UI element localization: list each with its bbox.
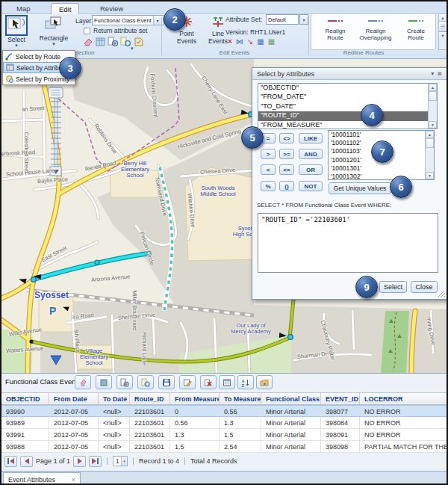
last-page-button[interactable] bbox=[89, 456, 102, 467]
column-header[interactable]: Functional Class bbox=[261, 393, 321, 404]
callout-9: 9 bbox=[355, 276, 378, 298]
operator-notequal-button[interactable]: <> bbox=[279, 133, 294, 143]
column-header[interactable]: To Measure bbox=[220, 393, 261, 404]
table-row[interactable]: 93991 2012-07-05 <null> 22103601 1.3 1.5… bbox=[1, 429, 448, 441]
grid-icon[interactable]: ▦ bbox=[268, 37, 275, 46]
column-header[interactable]: To Date bbox=[99, 393, 130, 404]
create-route-button[interactable]: Create Route bbox=[395, 17, 437, 41]
dialog-title-bar[interactable]: Select by Attributes ▾ ⊗ bbox=[252, 68, 447, 80]
first-page-button[interactable] bbox=[4, 456, 17, 467]
tab-event-attributes[interactable]: Event Attributes × bbox=[3, 472, 81, 485]
column-header[interactable]: Route_ID bbox=[130, 393, 170, 404]
chevron-down-icon: ▾ bbox=[15, 43, 18, 47]
page-number-dropdown[interactable]: 1 ▾ bbox=[113, 456, 128, 466]
delete-event-button[interactable] bbox=[200, 375, 217, 389]
return-attribute-set-checkbox[interactable] bbox=[84, 28, 90, 34]
close-button[interactable]: Close bbox=[411, 281, 438, 293]
sort-button[interactable]: AZ bbox=[237, 375, 254, 389]
zoom-to-events-button[interactable] bbox=[137, 375, 154, 389]
scroll-down-icon[interactable]: ▼ bbox=[426, 172, 434, 179]
save-button[interactable] bbox=[158, 375, 175, 389]
table-row-selected[interactable]: 93990 2012-07-05 <null> 22103601 0 0.56 … bbox=[1, 405, 448, 417]
merge-events-icon[interactable]: ⋈ bbox=[236, 37, 243, 46]
table-row[interactable]: 93988 2012-07-05 <null> 22103601 1.5 2.5… bbox=[1, 441, 448, 453]
value-item[interactable]: '10001301' bbox=[329, 164, 434, 173]
values-scrollbar[interactable]: ▲ ▼ bbox=[425, 131, 434, 179]
query-textarea[interactable]: "ROUTE_ID" ='22103601' bbox=[258, 213, 438, 273]
ribbon-scrollbar[interactable]: ▲ ▼ bbox=[438, 13, 447, 50]
field-item[interactable]: "FROM_MEASURE" bbox=[258, 121, 437, 129]
get-unique-values-button[interactable]: Get Unique Values bbox=[329, 182, 391, 194]
field-item[interactable]: "TO_DATE" bbox=[258, 102, 437, 111]
split-event-icon[interactable]: ↘ bbox=[247, 37, 253, 46]
value-item[interactable]: '10001101' bbox=[329, 131, 434, 139]
realign-route-label: Realign bbox=[325, 28, 345, 34]
close-tab-icon[interactable]: × bbox=[72, 476, 75, 484]
attribute-set-label: Attribute Set: bbox=[225, 16, 262, 23]
scrollbar-thumb[interactable] bbox=[426, 138, 434, 148]
attribute-set-arrow[interactable]: ▾ bbox=[299, 14, 308, 25]
scrollbar-thumb[interactable] bbox=[439, 22, 447, 31]
close-icon[interactable]: ⊗ bbox=[437, 70, 442, 77]
operator-or-button[interactable]: OR bbox=[299, 164, 323, 175]
scrollbar-thumb[interactable] bbox=[429, 91, 437, 101]
operator-like-button[interactable]: LIKE bbox=[299, 133, 323, 143]
column-header[interactable]: LOCERROR bbox=[360, 393, 448, 404]
operator-not-button[interactable]: NOT bbox=[299, 181, 323, 191]
scroll-down-icon[interactable]: ▼ bbox=[429, 121, 437, 129]
grid-icon[interactable]: ▦ bbox=[257, 37, 264, 46]
column-header[interactable]: From Measure bbox=[170, 393, 220, 404]
next-page-button[interactable] bbox=[73, 456, 86, 467]
operator-percent-button[interactable]: % bbox=[261, 181, 276, 191]
zoom-attributes-icon[interactable] bbox=[120, 37, 131, 50]
scroll-up-icon[interactable]: ▲ bbox=[426, 131, 434, 138]
chevron-down-icon[interactable]: ▾ bbox=[153, 16, 161, 25]
tab-review[interactable]: Review bbox=[93, 3, 131, 14]
operator-and-button[interactable]: AND bbox=[299, 149, 323, 159]
remove-event-icon[interactable]: × bbox=[228, 37, 232, 46]
field-item[interactable]: "OBJECTID" bbox=[258, 84, 437, 93]
layer-dropdown[interactable]: Functional Class Event ▾ bbox=[92, 15, 164, 25]
column-header[interactable]: EVENT_ID bbox=[321, 393, 360, 404]
zoom-selected-icon[interactable] bbox=[108, 37, 119, 50]
fields-scrollbar[interactable]: ▲ ▼ bbox=[428, 84, 437, 129]
tab-map[interactable]: Map bbox=[9, 3, 37, 14]
previous-page-button[interactable] bbox=[20, 456, 33, 467]
zoom-to-selected-button[interactable] bbox=[116, 375, 133, 389]
realign-overlapping-button[interactable]: Realign Overlapping bbox=[355, 17, 396, 41]
fields-listbox[interactable]: "OBJECTID" "FROM_DATE" "TO_DATE" "ROUTE_… bbox=[258, 83, 438, 129]
field-item[interactable]: "FROM_DATE" bbox=[258, 93, 437, 102]
rectangle-button[interactable]: Rectangle ▾ bbox=[34, 15, 73, 46]
scroll-up-icon[interactable]: ▲ bbox=[439, 14, 447, 22]
realign-route-button[interactable]: Realign Route bbox=[314, 17, 356, 41]
operator-parens-button[interactable]: () bbox=[279, 181, 294, 191]
select-button[interactable]: Select ▾ bbox=[4, 15, 29, 47]
scroll-down-icon[interactable]: ▼ bbox=[439, 31, 447, 39]
field-item-selected[interactable]: "ROUTE_ID" bbox=[258, 111, 437, 120]
cell: NO ERROR bbox=[360, 429, 448, 440]
resize-grip[interactable] bbox=[438, 291, 445, 297]
column-header[interactable]: From Date bbox=[49, 393, 99, 404]
table-options-button[interactable] bbox=[219, 375, 235, 389]
sheet-icon[interactable] bbox=[133, 37, 144, 50]
clear-selection-icon[interactable] bbox=[82, 37, 93, 50]
operator-greaterequal-button[interactable]: >= bbox=[279, 149, 294, 159]
edit-event-button[interactable] bbox=[179, 375, 196, 389]
switch-selection-button[interactable] bbox=[96, 375, 112, 389]
clear-selection-button[interactable] bbox=[75, 375, 91, 389]
chevron-down-icon[interactable]: ▾ bbox=[431, 70, 434, 77]
operator-lessequal-button[interactable]: <= bbox=[279, 164, 294, 175]
tab-edit[interactable]: Edit bbox=[51, 3, 79, 14]
operator-less-button[interactable]: < bbox=[261, 164, 276, 175]
chevron-down-icon[interactable]: ▾ bbox=[131, 46, 134, 50]
table-header[interactable]: OBJECTID From Date To Date Route_ID From… bbox=[1, 392, 448, 405]
table-row[interactable]: 93989 2012-07-05 <null> 22103601 0.56 1.… bbox=[1, 417, 448, 429]
select-confirm-button[interactable]: Select bbox=[379, 281, 407, 293]
value-item[interactable]: '10001302' bbox=[329, 173, 434, 180]
operator-greater-button[interactable]: > bbox=[261, 149, 276, 159]
attribute-set-dropdown[interactable]: Default bbox=[266, 14, 299, 25]
scroll-up-icon[interactable]: ▲ bbox=[429, 84, 437, 91]
export-button[interactable] bbox=[256, 375, 273, 389]
attribute-table-icon[interactable] bbox=[95, 37, 106, 50]
column-header[interactable]: OBJECTID bbox=[1, 393, 49, 404]
